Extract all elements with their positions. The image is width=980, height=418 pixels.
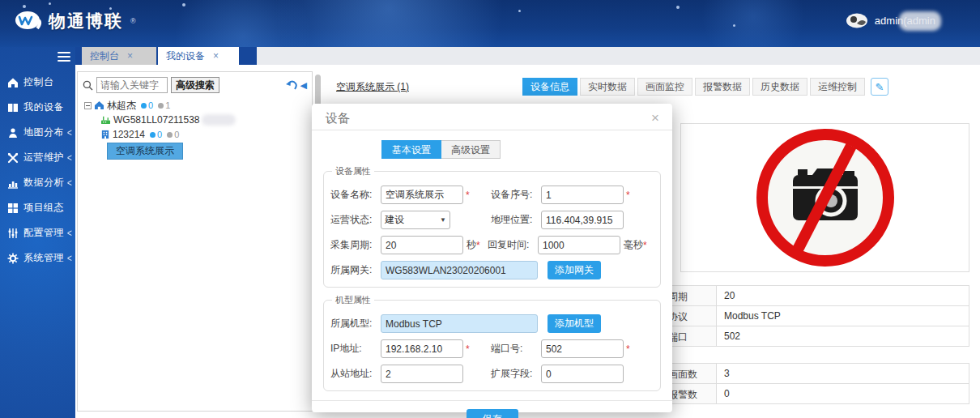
slave-address-field[interactable] [381, 365, 463, 383]
device-name-field[interactable] [381, 186, 463, 204]
location-field[interactable] [541, 211, 624, 229]
table-row: 端口 502 [663, 326, 969, 347]
collapse-panel-icon[interactable]: ◀ [300, 80, 307, 91]
sidebar-item-config[interactable]: 配置管理 < [0, 220, 75, 245]
add-model-button[interactable]: 添加机型 [548, 314, 601, 333]
window-tab-bar-segment: 控制台 × 我的设备 × [75, 47, 257, 65]
search-input[interactable] [96, 77, 168, 93]
required-mark: * [466, 343, 472, 355]
tree-node-label: 林超杰 [107, 99, 136, 113]
device-title-link[interactable]: 空调系统展示 (1) [336, 80, 409, 94]
field-label: 设备序号: [491, 188, 541, 202]
device-tab-bar: 设备信息 实时数据 画面监控 报警数据 历史数据 运维控制 ✎ [522, 78, 888, 96]
sidebar: 控制台 我的设备 地图分布 < 运营维护 < [0, 47, 75, 418]
redacted-username-blur [899, 11, 941, 31]
close-icon[interactable]: × [127, 50, 133, 62]
device-no-field[interactable] [541, 186, 624, 204]
sidebar-item-analytics[interactable]: 数据分析 < [0, 170, 75, 195]
tree-node-gateway[interactable]: WG581LL07211538 [100, 113, 312, 127]
chevron-left-icon: < [67, 252, 72, 263]
device-image-panel [680, 123, 969, 272]
tree-expander-icon[interactable] [84, 102, 92, 109]
required-mark: * [466, 190, 472, 201]
tree-node-label: WG581LL07211538 [113, 114, 200, 126]
chevron-left-icon: < [67, 151, 72, 163]
advanced-search-button[interactable]: 高级搜索 [171, 77, 219, 93]
tab-alarm-data[interactable]: 报警数据 [695, 78, 750, 96]
edit-device-button[interactable]: ✎ [871, 78, 888, 96]
collect-cycle-field[interactable] [381, 236, 463, 254]
ip-address-field[interactable] [381, 339, 463, 358]
required-mark: * [626, 343, 633, 355]
add-gateway-button[interactable]: 添加网关 [548, 261, 601, 279]
tab-basic-settings[interactable]: 基本设置 [381, 140, 441, 159]
sidebar-item-label: 数据分析 [23, 176, 64, 190]
decor-dot [49, 2, 51, 5]
field-label: 所属机型: [330, 317, 381, 331]
chevron-down-icon: ▼ [440, 216, 446, 224]
field-label: 设备名称: [330, 188, 381, 202]
tab-screen-monitor[interactable]: 画面监控 [637, 78, 692, 96]
tools-icon [7, 152, 19, 164]
decor-dot [676, 6, 680, 9]
chevron-left-icon: < [67, 177, 72, 188]
sidebar-item-my-devices[interactable]: 我的设备 [0, 95, 75, 120]
sidebar-item-project-config[interactable]: 项目组态 [0, 195, 75, 220]
app-root: 物通博联 ® admin(admin 控制台 [0, 0, 980, 418]
tab-device-info[interactable]: 设备信息 [522, 78, 577, 96]
table-row: 报警数 0 [663, 384, 969, 404]
selected-option: 建设 [385, 213, 404, 227]
ext-field[interactable] [541, 365, 624, 383]
tab-realtime-data[interactable]: 实时数据 [580, 78, 635, 96]
port-field[interactable] [541, 339, 624, 358]
sidebar-item-console[interactable]: 控制台 [0, 70, 75, 95]
close-icon[interactable]: × [651, 111, 659, 130]
offline-count: 0 [174, 130, 179, 139]
row-value: Modbus TCP [717, 306, 969, 326]
tree-search-bar: 高级搜索 ◀ [78, 72, 312, 96]
tab-console[interactable]: 控制台 × [82, 47, 156, 65]
search-icon [83, 80, 93, 91]
sidebar-item-label: 地图分布 [23, 126, 64, 139]
home-icon [94, 100, 104, 110]
sidebar-item-label: 项目组态 [23, 201, 64, 215]
brand-logo: 物通博联 ® [15, 10, 136, 32]
device-properties-section: 设备属性 设备名称: * 设备序号: * 运营状态: 建设 ▼ 地理位置: [323, 165, 661, 288]
sidebar-item-system[interactable]: 系统管理 < [0, 245, 75, 271]
model-field[interactable] [381, 314, 538, 333]
field-label: 采集周期: [330, 238, 381, 252]
gateway-field[interactable] [381, 261, 538, 279]
decor-dot [518, 10, 521, 12]
tab-advanced-settings[interactable]: 高级设置 [441, 140, 501, 159]
save-button[interactable]: 保存 [467, 409, 518, 418]
reply-time-field[interactable] [538, 236, 620, 254]
tab-history-data[interactable]: 历史数据 [752, 78, 807, 96]
tab-my-devices[interactable]: 我的设备 × [158, 47, 239, 65]
offline-count: 1 [165, 100, 170, 110]
close-icon[interactable]: × [213, 50, 219, 62]
offline-dot [167, 132, 173, 138]
tree-node-device-selected[interactable]: 空调系统展示 [107, 143, 183, 160]
avatar [846, 13, 868, 28]
sidebar-item-operations[interactable]: 运营维护 < [0, 145, 75, 170]
tree-node-root[interactable]: 林超杰 0 1 [84, 98, 312, 113]
decor-dot [23, 5, 26, 8]
sidebar-item-map[interactable]: 地图分布 < [0, 120, 75, 145]
menu-toggle-icon[interactable] [58, 52, 70, 62]
modal-header: 设备 × [312, 104, 672, 130]
sidebar-item-label: 我的设备 [23, 100, 64, 114]
gear-icon [7, 253, 19, 264]
undo-icon[interactable] [285, 80, 298, 91]
tab-label: 我的设备 [166, 49, 205, 63]
device-stats-table: 画面数 3 报警数 0 [663, 363, 969, 404]
field-label: 回复时间: [488, 238, 538, 252]
no-camera-icon [756, 128, 895, 267]
model-properties-section: 机型属性 所属机型: 添加机型 IP地址: * 端口号: * 从站地址: 扩展字… [323, 294, 661, 391]
op-status-select[interactable]: 建设 ▼ [381, 211, 450, 229]
top-banner: 物通博联 ® admin(admin [0, 0, 980, 47]
pencil-icon: ✎ [876, 81, 884, 93]
window-tab-bar: 控制台 × 我的设备 × [75, 47, 980, 65]
tab-ops-control[interactable]: 运维控制 [810, 78, 865, 96]
tree-node-project[interactable]: 123214 0 0 [100, 127, 312, 142]
unit-label: 秒 [467, 238, 476, 252]
